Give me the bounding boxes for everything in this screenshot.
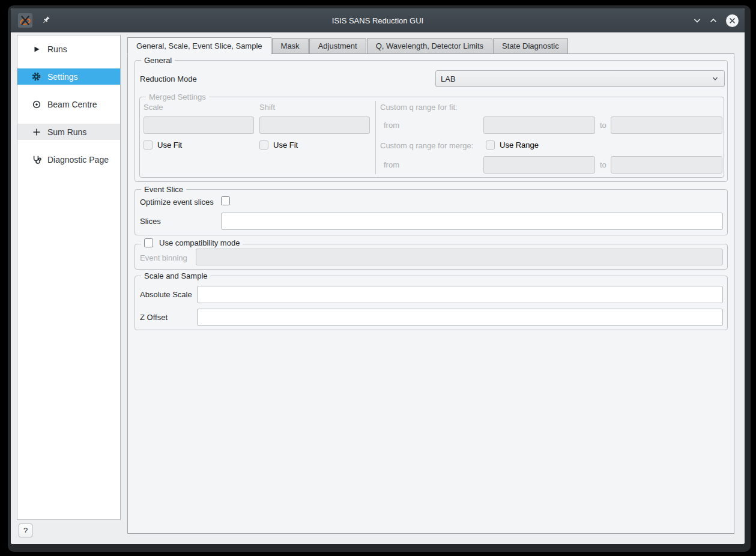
sidebar-item-label: Diagnostic Page xyxy=(47,155,109,165)
pin-icon[interactable] xyxy=(41,16,51,25)
event-slice-group: Event Slice Optimize event slices Slices xyxy=(135,189,728,235)
use-compatibility-mode-checkbox[interactable] xyxy=(144,238,153,247)
sidebar-item-label: Runs xyxy=(47,44,67,54)
window-title: ISIS SANS Reduction GUI xyxy=(11,16,745,25)
use-range-row: Use Range xyxy=(486,141,539,150)
scale-and-sample-group: Scale and Sample Absolute Scale Z Offset xyxy=(135,276,728,330)
reduction-mode-value: LAB xyxy=(436,74,712,83)
sidebar-item-runs[interactable]: Runs xyxy=(17,41,120,57)
target-icon xyxy=(31,99,41,109)
z-offset-input[interactable] xyxy=(197,309,723,326)
titlebar: ISIS SANS Reduction GUI xyxy=(11,8,745,32)
sidebar-item-beam-centre[interactable]: Beam Centre xyxy=(17,96,120,112)
close-button[interactable] xyxy=(726,14,739,27)
play-icon xyxy=(31,44,41,54)
optimize-event-slices-checkbox[interactable] xyxy=(221,196,230,205)
q-merge-to-input xyxy=(611,156,722,174)
q-range-merge-label: Custom q range for merge: xyxy=(380,141,473,150)
tab-state-diagnostic[interactable]: State Diagnostic xyxy=(493,38,568,54)
sidebar: Runs Settings xyxy=(17,35,121,520)
tab-bar: General, Scale, Event Slice, Sample Mask… xyxy=(127,37,568,54)
q-merge-to-label: to xyxy=(600,160,606,169)
merged-settings-legend: Merged Settings xyxy=(146,92,209,101)
q-fit-from-label: from xyxy=(384,121,399,130)
chevron-down-icon xyxy=(692,16,702,25)
sidebar-item-sum-runs[interactable]: Sum Runs xyxy=(17,124,120,140)
absolute-scale-label: Absolute Scale xyxy=(140,290,192,299)
chevron-down-icon xyxy=(712,75,724,82)
scale-and-sample-legend: Scale and Sample xyxy=(141,271,211,280)
use-fit-scale-label: Use Fit xyxy=(157,141,182,150)
q-fit-to-input xyxy=(611,116,722,134)
app-menu-button[interactable] xyxy=(18,13,32,28)
absolute-scale-input[interactable] xyxy=(197,286,723,303)
merged-shift-input xyxy=(259,116,370,134)
use-compatibility-mode-label: Use compatibility mode xyxy=(159,238,240,247)
stethoscope-icon xyxy=(31,154,41,165)
use-fit-shift-checkbox xyxy=(259,141,268,150)
minimize-button[interactable] xyxy=(692,15,703,26)
optimize-event-slices-label: Optimize event slices xyxy=(140,198,214,207)
merged-settings-group: Merged Settings Scale Shift Use Fit Use … xyxy=(139,97,724,178)
reduction-mode-select[interactable]: LAB xyxy=(435,70,725,87)
use-range-checkbox xyxy=(486,141,495,150)
chevron-up-icon xyxy=(709,16,718,25)
plus-icon xyxy=(31,127,41,137)
merged-divider xyxy=(375,101,376,174)
window-controls xyxy=(692,14,739,27)
close-icon xyxy=(728,17,736,25)
sidebar-item-settings[interactable]: Settings xyxy=(17,68,120,85)
maximize-button[interactable] xyxy=(708,15,719,26)
general-group-legend: General xyxy=(141,56,175,65)
merged-scale-label: Scale xyxy=(144,103,163,112)
gear-icon xyxy=(31,71,41,82)
sidebar-item-label: Sum Runs xyxy=(47,127,86,137)
q-merge-from-label: from xyxy=(384,160,399,169)
merged-shift-label: Shift xyxy=(259,103,275,112)
sidebar-item-diagnostic-page[interactable]: Diagnostic Page xyxy=(17,151,120,168)
event-slice-legend: Event Slice xyxy=(141,185,186,194)
tab-q-wavelength-detector-limits[interactable]: Q, Wavelength, Detector Limits xyxy=(367,38,492,54)
use-fit-shift-label: Use Fit xyxy=(273,141,298,150)
settings-tab-page: General Reduction Mode LAB Merged Settin… xyxy=(127,53,734,534)
slices-input[interactable] xyxy=(221,213,723,230)
tab-mask[interactable]: Mask xyxy=(272,38,309,54)
tab-general-scale-event-slice-sample[interactable]: General, Scale, Event Slice, Sample xyxy=(127,37,271,54)
window-content: ISIS SANS Reduction GUI xyxy=(11,8,745,544)
sidebar-item-label: Settings xyxy=(47,72,78,82)
main-area: Runs Settings xyxy=(11,32,745,544)
use-fit-shift-row: Use Fit xyxy=(259,141,298,150)
merged-scale-input xyxy=(144,116,254,134)
use-fit-scale-checkbox xyxy=(144,141,153,150)
q-range-fit-label: Custom q range for fit: xyxy=(380,103,458,112)
q-fit-from-input xyxy=(483,116,595,134)
event-binning-label: Event binning xyxy=(140,253,187,262)
event-binning-input xyxy=(196,249,723,265)
app-window: ISIS SANS Reduction GUI xyxy=(8,5,751,552)
use-fit-scale-row: Use Fit xyxy=(144,141,182,150)
use-range-label: Use Range xyxy=(500,141,539,150)
q-fit-to-label: to xyxy=(600,121,606,130)
help-button[interactable]: ? xyxy=(19,524,32,537)
compatibility-legend: Use compatibility mode xyxy=(141,238,243,247)
tab-adjustment[interactable]: Adjustment xyxy=(309,38,366,54)
slices-label: Slices xyxy=(140,217,161,226)
reduction-mode-label: Reduction Mode xyxy=(140,74,197,83)
sidebar-item-label: Beam Centre xyxy=(47,100,97,109)
z-offset-label: Z Offset xyxy=(140,313,168,322)
general-group: General Reduction Mode LAB Merged Settin… xyxy=(135,60,728,182)
mantid-logo-icon xyxy=(19,14,31,26)
q-merge-from-input xyxy=(483,156,595,174)
compatibility-mode-group: Use compatibility mode Event binning xyxy=(135,244,728,270)
